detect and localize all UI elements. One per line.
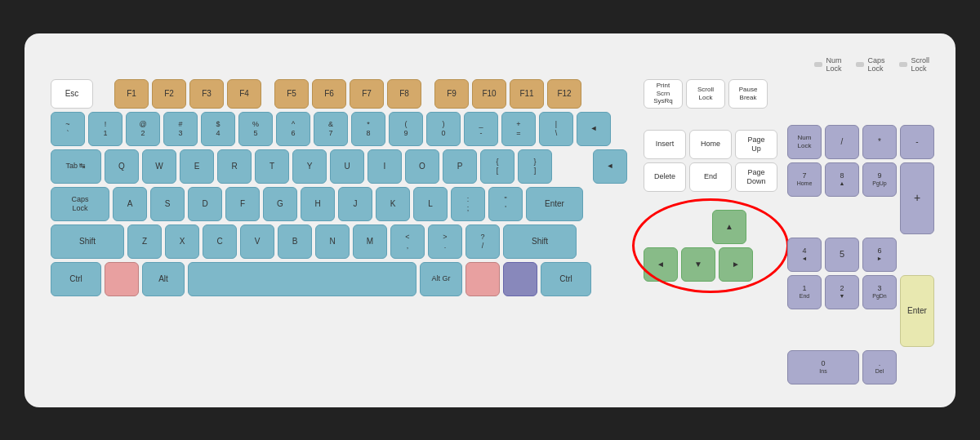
key-backslash[interactable]: |\ <box>539 112 573 146</box>
key-print-scrn[interactable]: PrintScrnSysRq <box>644 79 683 109</box>
key-p[interactable]: P <box>443 149 477 184</box>
key-n[interactable]: N <box>315 224 350 259</box>
key-5[interactable]: %5 <box>238 112 273 146</box>
key-e[interactable]: E <box>180 149 214 184</box>
key-semicolon[interactable]: :; <box>451 187 485 221</box>
key-home[interactable]: Home <box>689 130 732 159</box>
key-num-asterisk[interactable]: * <box>862 125 897 159</box>
key-u[interactable]: U <box>330 149 364 184</box>
key-num-slash[interactable]: / <box>825 125 859 159</box>
key-b[interactable]: B <box>278 224 312 259</box>
key-num-6[interactable]: 6► <box>862 238 897 272</box>
key-numlock[interactable]: NumLock <box>787 125 822 159</box>
key-f10[interactable]: F10 <box>472 79 506 109</box>
key-f3[interactable]: F3 <box>189 79 224 109</box>
key-f11[interactable]: F11 <box>510 79 544 109</box>
key-v[interactable]: V <box>240 224 274 259</box>
key-f5[interactable]: F5 <box>274 79 309 109</box>
key-num-4[interactable]: 4◄ <box>787 238 822 272</box>
key-r[interactable]: R <box>217 149 252 184</box>
key-backspace[interactable]: ◄ <box>577 112 611 146</box>
key-f12[interactable]: F12 <box>547 79 581 109</box>
key-arrow-right[interactable]: ► <box>719 247 753 282</box>
key-h[interactable]: H <box>301 187 335 221</box>
key-insert[interactable]: Insert <box>644 130 686 159</box>
key-k[interactable]: K <box>376 187 410 221</box>
key-f9[interactable]: F9 <box>434 79 469 109</box>
key-enter[interactable]: Enter <box>526 187 583 221</box>
key-scroll-lock[interactable]: ScrollLock <box>686 79 725 109</box>
key-arrow-down[interactable]: ▼ <box>681 247 715 282</box>
key-f2[interactable]: F2 <box>152 79 186 109</box>
key-capslock[interactable]: CapsLock <box>51 187 109 221</box>
key-8[interactable]: *8 <box>351 112 385 146</box>
key-3[interactable]: #3 <box>163 112 198 146</box>
key-c[interactable]: C <box>203 224 237 259</box>
key-arrow-up[interactable]: ▲ <box>712 210 746 244</box>
key-w[interactable]: W <box>142 149 176 184</box>
key-altgr[interactable]: Alt Gr <box>420 262 462 296</box>
key-slash[interactable]: ?/ <box>466 224 500 259</box>
key-o[interactable]: O <box>405 149 439 184</box>
key-close-bracket[interactable]: }] <box>518 149 552 184</box>
key-a[interactable]: A <box>113 187 147 221</box>
key-minus[interactable]: _- <box>464 112 498 146</box>
key-y[interactable]: Y <box>292 149 327 184</box>
key-tab[interactable]: Tab ↹ <box>51 149 101 184</box>
key-num-5[interactable]: 5 <box>825 238 859 272</box>
key-open-bracket[interactable]: {[ <box>480 149 514 184</box>
key-9[interactable]: (9 <box>389 112 423 146</box>
key-num-7[interactable]: 7Home <box>787 162 822 197</box>
key-period[interactable]: >. <box>428 224 462 259</box>
key-m[interactable]: M <box>353 224 387 259</box>
key-0[interactable]: )0 <box>426 112 461 146</box>
key-1[interactable]: !1 <box>88 112 122 146</box>
key-d[interactable]: D <box>188 187 222 221</box>
key-q[interactable]: Q <box>105 149 139 184</box>
key-shift-right[interactable]: Shift <box>503 224 577 259</box>
key-backtick[interactable]: ~` <box>51 112 85 146</box>
key-s[interactable]: S <box>150 187 185 221</box>
key-f7[interactable]: F7 <box>350 79 384 109</box>
key-quote[interactable]: "' <box>488 187 523 221</box>
key-num-0[interactable]: 0Ins <box>787 350 859 384</box>
key-z[interactable]: Z <box>127 224 162 259</box>
key-page-up[interactable]: PageUp <box>735 130 777 159</box>
key-ctrl-left[interactable]: Ctrl <box>51 262 101 296</box>
key-g[interactable]: G <box>263 187 297 221</box>
key-f4[interactable]: F4 <box>227 79 261 109</box>
key-num-dot[interactable]: .Del <box>862 350 897 384</box>
key-super-right[interactable] <box>466 262 500 296</box>
key-num-2[interactable]: 2▼ <box>825 275 859 309</box>
key-i[interactable]: I <box>368 149 402 184</box>
key-space[interactable] <box>188 262 416 296</box>
key-super-left[interactable] <box>105 262 139 296</box>
key-2[interactable]: @2 <box>126 112 160 146</box>
key-4[interactable]: $4 <box>201 112 235 146</box>
key-backspace2[interactable]: ◄ <box>593 149 627 184</box>
key-comma[interactable]: <, <box>390 224 425 259</box>
key-shift-left[interactable]: Shift <box>51 224 124 259</box>
key-num-1[interactable]: 1End <box>787 275 822 309</box>
key-num-8[interactable]: 8▲ <box>825 162 859 197</box>
key-num-9[interactable]: 9PgUp <box>862 162 897 197</box>
key-j[interactable]: J <box>338 187 372 221</box>
key-end[interactable]: End <box>689 162 732 192</box>
key-equals[interactable]: += <box>501 112 536 146</box>
key-delete[interactable]: Delete <box>644 162 686 192</box>
key-alt-left[interactable]: Alt <box>142 262 185 296</box>
key-num-enter[interactable]: Enter <box>900 275 934 347</box>
key-pause-break[interactable]: PauseBreak <box>728 79 768 109</box>
key-arrow-left[interactable]: ◄ <box>644 247 678 282</box>
key-ctrl-right[interactable]: Ctrl <box>541 262 591 296</box>
key-l[interactable]: L <box>413 187 448 221</box>
key-f6[interactable]: F6 <box>312 79 346 109</box>
key-t[interactable]: T <box>255 149 289 184</box>
key-f8[interactable]: F8 <box>387 79 421 109</box>
key-num-minus[interactable]: - <box>900 125 934 159</box>
key-6[interactable]: ^6 <box>276 112 310 146</box>
key-page-down[interactable]: PageDown <box>735 162 777 192</box>
key-num-plus[interactable]: + <box>900 162 934 234</box>
key-num-3[interactable]: 3PgDn <box>862 275 897 309</box>
key-x[interactable]: X <box>165 224 199 259</box>
